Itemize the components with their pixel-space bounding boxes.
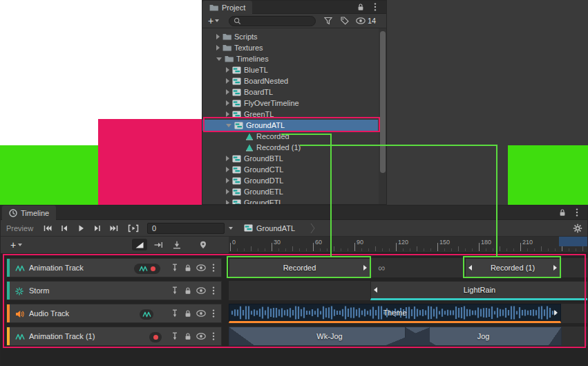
clip-recorded[interactable]: Recorded: [229, 258, 370, 277]
pin-button[interactable]: [171, 264, 178, 272]
clip-wk-jog[interactable]: Wk-Jog: [229, 327, 430, 346]
annotation-pink-block: [98, 119, 202, 205]
gear-icon[interactable]: [573, 223, 582, 233]
clip-recorded-1[interactable]: Recorded (1): [465, 258, 560, 277]
chevron-right-icon[interactable]: [226, 189, 229, 194]
hidden-count-eye-icon[interactable]: [356, 17, 366, 24]
tree-item-boardnested[interactable]: BoardNested: [202, 75, 378, 86]
next-frame-button[interactable]: [91, 223, 104, 234]
tree-item-groundetl[interactable]: GroundETL: [202, 186, 378, 197]
audio-track-lane: Theme: [229, 304, 588, 323]
kebab-menu-icon[interactable]: [374, 3, 377, 11]
chevron-right-icon[interactable]: [226, 100, 229, 106]
timeline-asset-icon: [232, 155, 241, 163]
tree-item-bluetl[interactable]: BlueTL: [202, 64, 378, 75]
clip-arrow-left-icon: [468, 265, 472, 271]
tree-item-timelines[interactable]: Timelines: [202, 53, 378, 64]
search-input[interactable]: [244, 17, 307, 26]
chevron-right-icon[interactable]: [226, 178, 229, 183]
kebab-menu-icon[interactable]: [212, 309, 215, 318]
record-button[interactable]: [149, 332, 162, 342]
chevron-right-icon[interactable]: [216, 34, 220, 39]
chevron-right-icon[interactable]: [216, 45, 220, 51]
tree-item-label: Recorded (1): [256, 143, 301, 152]
filter-by-label-button[interactable]: [341, 17, 349, 25]
kebab-menu-icon[interactable]: [212, 286, 215, 295]
kebab-menu-icon[interactable]: [212, 332, 215, 340]
track-header-animation-1[interactable]: Animation Track (1): [6, 327, 222, 346]
project-panel: Project + 14 Scripts Textures Timelines …: [202, 0, 387, 205]
annotation-green-block-left: [0, 145, 98, 205]
lock-button[interactable]: [184, 309, 191, 318]
breadcrumb[interactable]: GroundATL: [256, 224, 295, 232]
search-field[interactable]: [229, 16, 316, 26]
lock-icon[interactable]: [357, 3, 364, 11]
chevron-right-icon[interactable]: [226, 67, 229, 73]
tree-item-flyovertimeline[interactable]: FlyOverTimeline: [202, 98, 378, 109]
time-ruler[interactable]: 0 30 60 90 120 150 180 210: [229, 237, 588, 253]
kebab-menu-icon[interactable]: [576, 208, 578, 217]
lock-button[interactable]: [184, 286, 191, 295]
play-button[interactable]: [74, 223, 88, 234]
goto-end-button[interactable]: [107, 223, 121, 234]
frame-field[interactable]: [147, 223, 225, 234]
tree-item-groundftl[interactable]: GroundFTL: [202, 197, 378, 205]
tree-item-groundatl[interactable]: GroundATL: [202, 120, 378, 131]
clip-theme[interactable]: Theme: [229, 304, 561, 323]
chevron-right-icon[interactable]: [226, 156, 229, 161]
chevron-down-icon[interactable]: [226, 124, 231, 127]
tree-item-grounddtl[interactable]: GroundDTL: [202, 175, 378, 186]
lock-button[interactable]: [184, 264, 191, 272]
tab-timeline[interactable]: Timeline: [2, 205, 56, 220]
tree-item-groundbtl[interactable]: GroundBTL: [202, 153, 378, 164]
edit-mode-mix-button[interactable]: [132, 239, 147, 250]
tree-item-greentl[interactable]: GreenTL: [202, 109, 378, 120]
preview-toggle[interactable]: Preview: [6, 224, 33, 232]
edit-mode-replace-button[interactable]: [169, 239, 184, 250]
tree-item-textures[interactable]: Textures: [202, 42, 378, 53]
tree-item-recorded[interactable]: Recorded: [202, 131, 378, 142]
chevron-down-icon[interactable]: [216, 57, 222, 61]
chevron-right-icon[interactable]: [226, 167, 229, 172]
chevron-right-icon[interactable]: [226, 111, 229, 117]
scrollbar-thumb[interactable]: [380, 31, 386, 173]
filter-by-type-button[interactable]: [324, 17, 332, 25]
chevron-right-icon[interactable]: [226, 89, 229, 95]
lock-button[interactable]: [184, 332, 191, 340]
curves-record-button[interactable]: [134, 264, 160, 274]
pin-button[interactable]: [171, 286, 178, 295]
tree-item-groundctl[interactable]: GroundCTL: [202, 164, 378, 175]
add-track-button[interactable]: +: [10, 239, 22, 250]
curves-button[interactable]: [140, 309, 153, 320]
mute-eye-button[interactable]: [196, 287, 206, 294]
goto-start-button[interactable]: [41, 223, 55, 234]
chevron-down-icon[interactable]: [229, 227, 233, 230]
chevron-right-icon[interactable]: [226, 200, 229, 205]
markers-toggle-button[interactable]: [196, 239, 211, 250]
frame-input[interactable]: [148, 223, 224, 233]
edit-mode-ripple-button[interactable]: [151, 239, 166, 250]
clip-jog[interactable]: Jog: [405, 327, 562, 346]
chevron-right-icon[interactable]: [226, 78, 229, 84]
tree-item-scripts[interactable]: Scripts: [202, 31, 378, 42]
pin-button[interactable]: [171, 309, 178, 318]
mute-eye-button[interactable]: [196, 333, 206, 340]
clip-lightrain[interactable]: LightRain: [370, 281, 588, 300]
mute-eye-button[interactable]: [196, 310, 206, 317]
pin-button[interactable]: [171, 332, 178, 340]
scrollbar-track[interactable]: [379, 28, 387, 205]
screenshot-canvas: { "colors":{ "annotation_pink":"#e7175f"…: [0, 0, 588, 366]
tab-project[interactable]: Project: [202, 1, 252, 14]
previous-frame-button[interactable]: [57, 223, 71, 234]
lock-icon[interactable]: [559, 208, 566, 217]
tree-item-recorded-1[interactable]: Recorded (1): [202, 142, 378, 153]
mute-eye-button[interactable]: [196, 264, 206, 271]
tree-item-boardtl[interactable]: BoardTL: [202, 86, 378, 98]
track-header-storm[interactable]: Storm: [6, 281, 222, 300]
track-header-animation[interactable]: Animation Track: [6, 258, 222, 277]
add-asset-button[interactable]: +: [208, 15, 219, 26]
clip-arrow-right-icon: [554, 310, 558, 315]
kebab-menu-icon[interactable]: [212, 264, 215, 272]
play-range-button[interactable]: [126, 223, 140, 234]
track-header-audio[interactable]: Audio Track: [6, 304, 222, 323]
